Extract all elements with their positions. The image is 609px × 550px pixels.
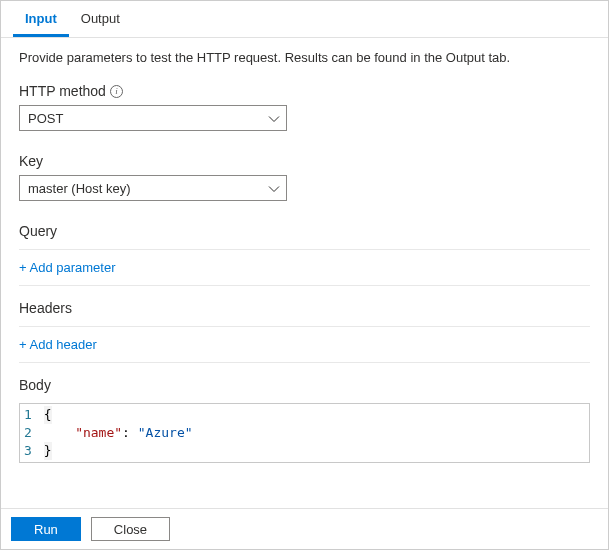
tab-output[interactable]: Output	[69, 1, 132, 37]
test-panel: Input Output Provide parameters to test …	[0, 0, 609, 550]
add-header-link[interactable]: + Add header	[19, 337, 97, 352]
tab-bar: Input Output	[1, 1, 608, 38]
json-value: "Azure"	[138, 425, 193, 440]
key-field: Key master (Host key)	[19, 153, 590, 201]
tab-input[interactable]: Input	[13, 1, 69, 37]
headers-section: Headers + Add header	[19, 300, 590, 363]
description-text: Provide parameters to test the HTTP requ…	[19, 50, 590, 65]
json-colon: :	[122, 425, 138, 440]
key-label: Key	[19, 153, 43, 169]
brace-open: {	[44, 406, 52, 424]
query-label: Query	[19, 223, 590, 239]
line-number: 1	[24, 406, 32, 424]
info-icon[interactable]: i	[110, 85, 123, 98]
json-key: "name"	[75, 425, 122, 440]
key-select[interactable]: master (Host key)	[19, 175, 287, 201]
brace-close: }	[44, 442, 52, 460]
chevron-down-icon	[268, 183, 278, 193]
body-label: Body	[19, 377, 590, 393]
editor-code[interactable]: { "name": "Azure" }	[40, 404, 589, 462]
divider	[19, 249, 590, 250]
http-method-label-row: HTTP method i	[19, 83, 590, 99]
line-number: 2	[24, 424, 32, 442]
headers-label: Headers	[19, 300, 590, 316]
add-parameter-link[interactable]: + Add parameter	[19, 260, 115, 275]
divider	[19, 362, 590, 363]
http-method-field: HTTP method i POST	[19, 83, 590, 131]
key-label-row: Key	[19, 153, 590, 169]
line-number: 3	[24, 442, 32, 460]
chevron-down-icon	[268, 113, 278, 123]
body-section: Body 1 2 3 { "name": "Azure" }	[19, 377, 590, 463]
footer: Run Close	[1, 508, 608, 549]
http-method-value: POST	[28, 111, 63, 126]
tab-content: Provide parameters to test the HTTP requ…	[1, 38, 608, 508]
divider	[19, 285, 590, 286]
query-section: Query + Add parameter	[19, 223, 590, 286]
close-button[interactable]: Close	[91, 517, 170, 541]
http-method-label: HTTP method	[19, 83, 106, 99]
divider	[19, 326, 590, 327]
http-method-select[interactable]: POST	[19, 105, 287, 131]
key-value: master (Host key)	[28, 181, 131, 196]
run-button[interactable]: Run	[11, 517, 81, 541]
editor-gutter: 1 2 3	[20, 404, 40, 462]
body-editor[interactable]: 1 2 3 { "name": "Azure" }	[19, 403, 590, 463]
